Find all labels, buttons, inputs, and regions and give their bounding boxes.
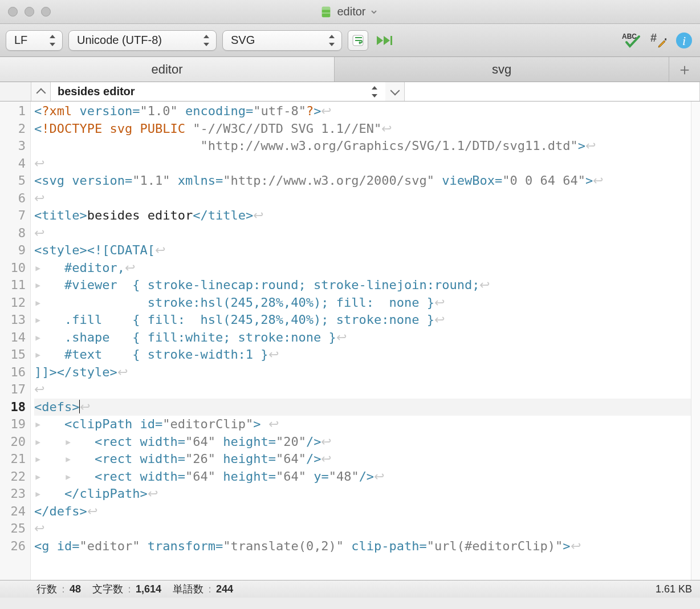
status-filesize: 1.61 KB (656, 583, 692, 595)
chevron-down-icon (390, 86, 400, 95)
svg-rect-3 (390, 36, 392, 45)
chevron-up-icon (36, 88, 46, 98)
info-icon: i (675, 32, 693, 49)
new-tab-button[interactable]: ＋ (669, 57, 700, 82)
svg-point-6 (665, 38, 666, 40)
window-title-text: editor (337, 5, 365, 18)
syntax-value: SVG (231, 34, 255, 47)
tab-bar: editor svg ＋ (0, 57, 700, 82)
spellcheck-icon: ABC (622, 32, 641, 49)
tab-svg[interactable]: svg (335, 57, 669, 82)
zoom-window-button[interactable] (41, 7, 51, 17)
editor-area: 1234567891011121314151617181920212223242… (0, 102, 700, 580)
window-title: editor (51, 5, 646, 18)
info-button[interactable]: i (674, 30, 694, 51)
minimize-window-button[interactable] (25, 7, 34, 17)
encoding-select[interactable]: Unicode (UTF-8) (68, 30, 217, 51)
close-window-button[interactable] (8, 7, 18, 17)
color-picker-icon: # (649, 32, 666, 49)
color-picker-button[interactable]: # (648, 30, 668, 51)
wrap-icon (351, 34, 365, 47)
vertical-scrollbar[interactable] (691, 102, 700, 580)
outline-prev-button[interactable] (31, 82, 51, 101)
outline-label: besides editor (58, 85, 135, 98)
line-number-gutter[interactable]: 1234567891011121314151617181920212223242… (0, 102, 31, 580)
outline-row: besides editor (0, 82, 700, 102)
line-ending-select[interactable]: LF (6, 30, 63, 51)
svg-rect-1 (322, 6, 331, 10)
stepper-icon (50, 35, 56, 46)
svg-text:i: i (682, 34, 686, 48)
status-words: 単語数：244 (173, 582, 233, 596)
status-bar: 行数：48 文字数：1,614 単語数：244 1.61 KB (0, 580, 700, 598)
plus-icon: ＋ (677, 59, 693, 80)
stepper-icon (329, 35, 336, 46)
window-controls (8, 7, 51, 17)
svg-text:#: # (650, 32, 657, 44)
syntax-select[interactable]: SVG (222, 30, 342, 51)
toolbar: LF Unicode (UTF-8) SVG ABC # i (0, 24, 700, 57)
outline-flag (691, 82, 700, 101)
spellcheck-button[interactable]: ABC (621, 30, 642, 51)
status-chars: 文字数：1,614 (92, 582, 161, 596)
status-lines: 行数：48 (36, 582, 81, 596)
outline-item-select[interactable]: besides editor (51, 82, 385, 101)
document-icon (320, 6, 332, 18)
stepper-icon (204, 35, 210, 46)
encoding-value: Unicode (UTF-8) (77, 34, 162, 47)
outline-next-button[interactable] (385, 82, 405, 101)
line-ending-value: LF (14, 34, 27, 47)
title-chevron-icon[interactable] (371, 9, 377, 15)
resume-button[interactable] (374, 30, 394, 51)
svg-text:ABC: ABC (622, 33, 637, 40)
play-skip-icon (376, 34, 393, 47)
outline-gutter (0, 82, 31, 101)
code-text-area[interactable]: <?xml version="1.0" encoding="utf-8"?>↩<… (31, 102, 691, 580)
titlebar: editor (0, 0, 700, 24)
stepper-icon (372, 86, 379, 98)
outline-spacer (405, 82, 691, 101)
wrap-lines-button[interactable] (348, 30, 368, 51)
tab-editor[interactable]: editor (0, 57, 335, 82)
